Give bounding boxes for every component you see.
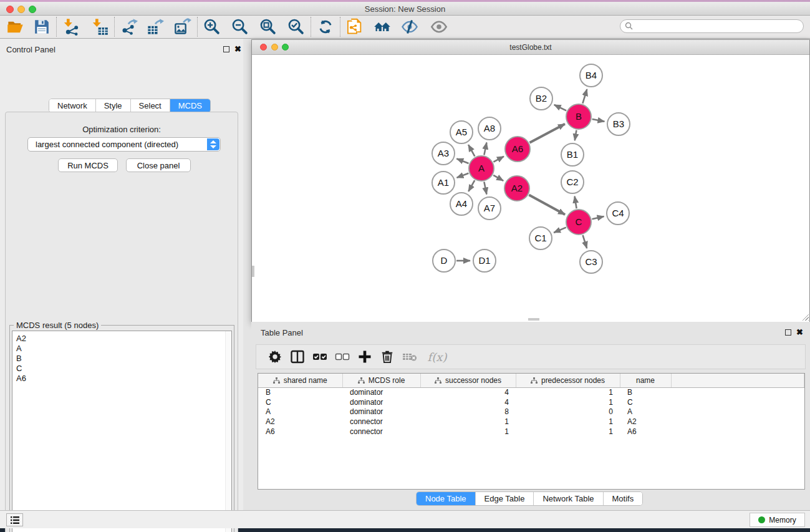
table-cell[interactable]: 1 <box>516 397 620 407</box>
home-button[interactable] <box>373 17 392 36</box>
export-network-button[interactable] <box>120 17 138 36</box>
graph-edge-A-A6[interactable] <box>493 157 504 162</box>
graph-edge-A-A5[interactable] <box>468 145 475 157</box>
table-body[interactable]: Bdominator41BCdominator41CAdominator80AA… <box>258 387 804 436</box>
graph-edge-A-A7[interactable] <box>484 182 486 195</box>
table-row[interactable]: A6connector11A6 <box>258 427 804 437</box>
mcds-result-list[interactable]: A2ABCA6 <box>12 331 232 532</box>
table-header-row[interactable]: shared nameMCDS rolesuccessor nodesprede… <box>258 374 804 387</box>
column-header-MCDS-role[interactable]: MCDS role <box>342 374 420 387</box>
table-cell[interactable]: connector <box>342 417 420 427</box>
task-history-button[interactable] <box>6 513 23 526</box>
export-table-button[interactable] <box>146 17 165 36</box>
close-panel-icon[interactable]: ✖ <box>234 44 241 54</box>
table-row[interactable]: Adominator80A <box>258 407 804 417</box>
save-session-button[interactable] <box>32 17 51 36</box>
tab-edge-table[interactable]: Edge Table <box>476 492 534 505</box>
table-cell[interactable]: A6 <box>258 427 342 437</box>
toggle-column-display-button[interactable] <box>286 347 309 367</box>
close-panel-button[interactable]: Close panel <box>126 158 191 172</box>
table-row[interactable]: A2connector11A2 <box>258 417 804 427</box>
table-cell[interactable]: dominator <box>342 397 420 407</box>
table-cell[interactable]: 8 <box>420 407 516 417</box>
table-cell[interactable]: B <box>620 387 671 397</box>
table-cell[interactable]: A <box>258 407 342 417</box>
network-window-titlebar[interactable]: testGlobe.txt <box>252 40 809 55</box>
graph-edge-A-A1[interactable] <box>457 173 469 178</box>
delete-table-button[interactable] <box>398 347 421 367</box>
graph-edge-A-A2[interactable] <box>493 175 503 181</box>
graph-edge-C-C3[interactable] <box>583 235 587 248</box>
table-cell[interactable]: A2 <box>258 417 342 427</box>
table-cell[interactable]: A2 <box>620 417 671 427</box>
table-cell[interactable]: 4 <box>420 397 516 407</box>
select-all-button[interactable] <box>309 347 331 367</box>
float-panel-icon[interactable] <box>223 46 229 52</box>
column-header-predecessor-nodes[interactable]: predecessor nodes <box>516 374 620 387</box>
tab-select[interactable]: Select <box>131 99 170 112</box>
function-builder-button[interactable]: f(x) <box>421 347 453 367</box>
table-cell[interactable]: A6 <box>620 427 671 437</box>
table-cell[interactable]: 1 <box>420 417 516 427</box>
optimization-criterion-select[interactable]: largest connected component (directed) <box>27 137 221 152</box>
search-field[interactable] <box>620 19 804 33</box>
tab-motifs[interactable]: Motifs <box>604 492 643 505</box>
table-cell[interactable]: A <box>620 407 671 417</box>
mcds-result-item[interactable]: A6 <box>16 374 231 384</box>
graph-edge-A6-B[interactable] <box>529 124 564 143</box>
memory-button[interactable]: Memory <box>750 513 805 527</box>
column-header-shared-name[interactable]: shared name <box>258 374 342 387</box>
tab-node-table[interactable]: Node Table <box>417 492 476 505</box>
node-table[interactable]: shared nameMCDS rolesuccessor nodesprede… <box>258 373 805 490</box>
close-table-panel-icon[interactable]: ✖ <box>796 327 803 337</box>
graph-edge-A2-C[interactable] <box>529 195 565 215</box>
table-cell[interactable]: 1 <box>516 417 620 427</box>
add-row-button[interactable] <box>354 347 376 367</box>
tab-style[interactable]: Style <box>96 99 131 112</box>
open-file-button[interactable] <box>6 17 25 36</box>
column-header-name[interactable]: name <box>620 374 671 387</box>
table-cell[interactable]: B <box>258 387 342 397</box>
network-canvas[interactable]: B4B2BB3A5A8A6B1A3AC2A1A2A4A7C4CC1C3DD1 <box>252 56 809 322</box>
mcds-result-item[interactable]: A <box>16 344 231 354</box>
float-table-panel-icon[interactable] <box>785 329 791 336</box>
network-graph[interactable]: B4B2BB3A5A8A6B1A3AC2A1A2A4A7C4CC1C3DD1 <box>252 56 809 322</box>
run-mcds-button[interactable]: Run MCDS <box>58 158 118 172</box>
tab-mcds[interactable]: MCDS <box>170 99 210 112</box>
graph-edge-B-B1[interactable] <box>575 130 577 141</box>
table-cell[interactable]: 0 <box>516 407 620 417</box>
graph-edge-A-A8[interactable] <box>484 143 486 155</box>
deselect-all-button[interactable] <box>331 347 354 367</box>
graph-edge-B-B3[interactable] <box>592 119 605 122</box>
apply-layout-button[interactable] <box>316 17 335 36</box>
zoom-out-button[interactable] <box>231 17 249 36</box>
search-input[interactable] <box>634 21 803 32</box>
zoom-fit-button[interactable] <box>259 17 277 36</box>
network-from-clipboard-button[interactable] <box>345 17 364 36</box>
table-cell[interactable]: 4 <box>420 387 516 397</box>
table-cell[interactable]: 1 <box>420 427 516 437</box>
import-table-button[interactable] <box>90 17 109 36</box>
zoom-in-button[interactable] <box>203 17 221 36</box>
graph-edge-A-A4[interactable] <box>468 180 475 191</box>
table-row[interactable]: Cdominator41C <box>258 397 804 407</box>
graph-edge-C-C1[interactable] <box>554 228 566 233</box>
table-cell[interactable]: C <box>258 397 342 407</box>
export-image-button[interactable] <box>173 17 192 36</box>
graph-edge-C-C2[interactable] <box>575 196 577 209</box>
mcds-result-item[interactable]: C <box>16 364 231 374</box>
graph-edge-C-C4[interactable] <box>592 216 604 219</box>
table-cell[interactable]: dominator <box>342 387 420 397</box>
graph-edge-B-B2[interactable] <box>554 105 566 110</box>
graph-edge-B-B4[interactable] <box>582 89 587 104</box>
table-cell[interactable]: dominator <box>342 407 420 417</box>
hide-graphics-details-button[interactable] <box>400 17 419 36</box>
table-settings-button[interactable] <box>264 347 286 367</box>
tab-network[interactable]: Network <box>49 99 96 112</box>
result-scrollbar[interactable] <box>225 331 231 532</box>
show-graphics-details-button[interactable] <box>430 17 448 36</box>
column-header-successor-nodes[interactable]: successor nodes <box>420 374 516 387</box>
mcds-result-item[interactable]: A2 <box>16 334 231 344</box>
zoom-selected-button[interactable] <box>287 17 306 36</box>
mcds-result-item[interactable]: B <box>16 354 231 364</box>
